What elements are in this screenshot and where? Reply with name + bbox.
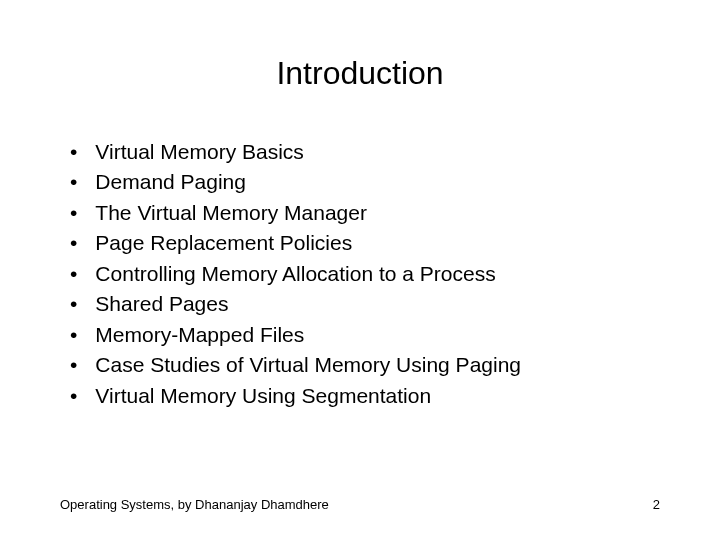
list-item: •Case Studies of Virtual Memory Using Pa… xyxy=(70,350,660,380)
footer-credit: Operating Systems, by Dhananjay Dhamdher… xyxy=(60,497,329,512)
list-item-text: Memory-Mapped Files xyxy=(95,320,304,350)
bullet-icon: • xyxy=(70,259,77,289)
list-item: •The Virtual Memory Manager xyxy=(70,198,660,228)
bullet-icon: • xyxy=(70,198,77,228)
list-item-text: Controlling Memory Allocation to a Proce… xyxy=(95,259,495,289)
bullet-icon: • xyxy=(70,137,77,167)
bullet-icon: • xyxy=(70,320,77,350)
bullet-icon: • xyxy=(70,289,77,319)
list-item: •Virtual Memory Using Segmentation xyxy=(70,381,660,411)
bullet-icon: • xyxy=(70,381,77,411)
list-item-text: Case Studies of Virtual Memory Using Pag… xyxy=(95,350,521,380)
slide-container: Introduction •Virtual Memory Basics •Dem… xyxy=(0,0,720,540)
slide-title: Introduction xyxy=(60,55,660,92)
slide-footer: Operating Systems, by Dhananjay Dhamdher… xyxy=(60,497,660,512)
list-item-text: Demand Paging xyxy=(95,167,246,197)
list-item: •Demand Paging xyxy=(70,167,660,197)
list-item: •Memory-Mapped Files xyxy=(70,320,660,350)
list-item-text: Shared Pages xyxy=(95,289,228,319)
list-item-text: Virtual Memory Using Segmentation xyxy=(95,381,431,411)
bullet-icon: • xyxy=(70,167,77,197)
list-item-text: Page Replacement Policies xyxy=(95,228,352,258)
list-item-text: Virtual Memory Basics xyxy=(95,137,304,167)
list-item: •Shared Pages xyxy=(70,289,660,319)
list-item: •Virtual Memory Basics xyxy=(70,137,660,167)
bullet-icon: • xyxy=(70,228,77,258)
bullet-list: •Virtual Memory Basics •Demand Paging •T… xyxy=(60,137,660,411)
page-number: 2 xyxy=(653,497,660,512)
bullet-icon: • xyxy=(70,350,77,380)
list-item: •Page Replacement Policies xyxy=(70,228,660,258)
list-item-text: The Virtual Memory Manager xyxy=(95,198,367,228)
list-item: •Controlling Memory Allocation to a Proc… xyxy=(70,259,660,289)
